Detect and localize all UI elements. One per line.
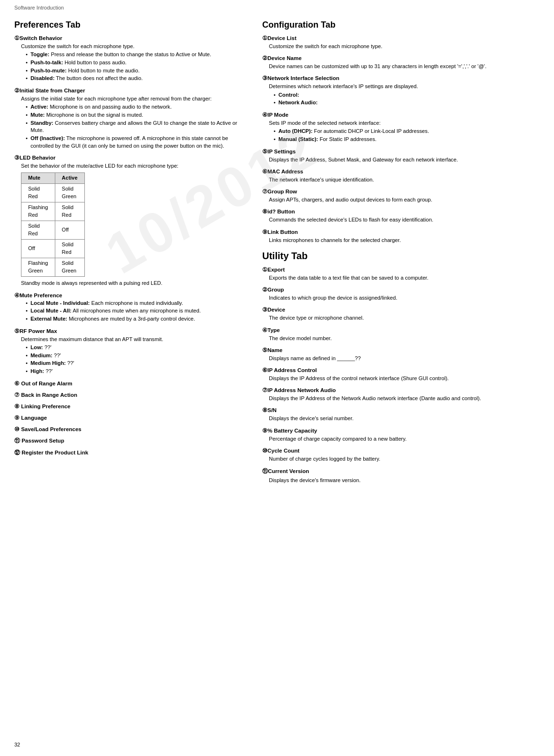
bullet-text: ??'	[66, 360, 74, 366]
config-body-7: Assign APTs, chargers, and audio output …	[269, 196, 529, 203]
config-heading-5: IP Settings	[267, 149, 296, 154]
bullet-label: Active:	[31, 104, 48, 110]
preferences-tab-title: Preferences Tab	[14, 20, 248, 30]
pref-heading-11: Password Setup	[21, 438, 64, 444]
pref-body-2: Assigns the initial state for each micro…	[21, 95, 248, 102]
config-item-5: ⑤ IP Settings Displays the IP Address, S…	[262, 148, 529, 163]
util-heading-1: Export	[267, 267, 285, 272]
pref-heading-8: Linking Preference	[21, 403, 71, 409]
pref-body-3: Set the behavior of the mute/active LED …	[21, 162, 248, 170]
pref-num-7: ⑦	[14, 392, 21, 398]
util-heading-3: Device	[267, 307, 285, 312]
pref-item-1: ① Switch Behavior Customize the switch f…	[14, 35, 248, 82]
bullet-label: Push-to-mute:	[31, 68, 67, 73]
util-heading-11: Current Version	[268, 468, 309, 474]
table-cell: SolidRed	[55, 202, 84, 221]
pref-item-8: ⑧ Linking Preference	[14, 403, 248, 410]
list-item: Network Audio:	[274, 99, 529, 107]
header-title: Software Introduction	[14, 5, 64, 10]
pref-item-9: ⑨ Language	[14, 414, 248, 421]
list-item: Medium: ??'	[26, 352, 248, 360]
config-body-2: Device names can be customized with up t…	[269, 62, 529, 70]
list-item: Push-to-talk: Hold button to pass audio.	[26, 59, 248, 67]
pref-heading-7: Back in Range Action	[21, 392, 77, 398]
util-body-1: Exports the data table to a text file th…	[269, 274, 529, 282]
util-item-5: ⑤ Name Displays name as defined in _____…	[262, 347, 529, 362]
pref-heading-9: Language	[21, 415, 47, 421]
config-item-6: ⑥ MAC Address The network interface's un…	[262, 168, 529, 183]
bullet-text: The button does not affect the audio.	[54, 75, 143, 81]
list-item: Disabled: The button does not affect the…	[26, 75, 248, 82]
pref-bullets-4: Local Mute - Individual: Each microphone…	[26, 300, 248, 323]
pref-num-5: ⑤	[14, 328, 20, 334]
config-item-2: ② Device Name Device names can be custom…	[262, 55, 529, 70]
pref-body-5: Determines the maximum distance that an …	[21, 335, 248, 343]
config-heading-8: id? Button	[267, 209, 295, 214]
table-row: SolidRed SolidGreen	[21, 184, 85, 202]
list-item: Push-to-mute: Hold button to mute the au…	[26, 67, 248, 75]
config-item-4: ④ IP Mode Sets IP mode of the selected n…	[262, 111, 529, 143]
bullet-label: Local Mute - All:	[31, 308, 72, 313]
utility-tab-title: Utility Tab	[262, 251, 529, 262]
content-area: Preferences Tab ① Switch Behavior Custom…	[0, 12, 554, 499]
pref-body-1: Customize the switch for each microphone…	[21, 42, 248, 50]
list-item: Off (Inactive): The microphone is powere…	[26, 135, 248, 150]
pref-num-11: ⑪	[14, 438, 21, 444]
list-item: Control:	[274, 91, 529, 99]
bullet-label: Toggle:	[31, 51, 50, 57]
bullet-label: Auto (DHCP):	[278, 128, 312, 134]
pref-heading-6: Out of Range Alarm	[21, 381, 72, 386]
list-item: Toggle: Press and release the button to …	[26, 51, 248, 59]
list-item: Mute: Microphone is on but the signal is…	[26, 111, 248, 119]
pref-heading-10: Save/Load Preferences	[21, 426, 82, 432]
pref-num-2: ②	[14, 87, 20, 94]
config-item-9: ⑨ Link Button Links microphones to chann…	[262, 229, 529, 244]
config-heading-4: IP Mode	[267, 112, 288, 118]
bullet-label: Low:	[31, 344, 43, 350]
config-heading-2: Device Name	[267, 55, 302, 61]
table-cell: Off	[55, 221, 84, 240]
config-item-7: ⑦ Group Row Assign APTs, chargers, and a…	[262, 188, 529, 203]
util-body-7: Displays the IP Address of the Network A…	[269, 394, 529, 402]
table-cell: SolidRed	[21, 221, 55, 240]
util-heading-9: % Battery Capacity	[267, 428, 317, 433]
bullet-text: Press and release the button to change t…	[50, 51, 212, 57]
util-body-4: The device model number.	[269, 334, 529, 342]
util-heading-8: S/N	[267, 407, 277, 413]
util-body-3: The device type or microphone channel.	[269, 314, 529, 322]
pref-bullets-2: Active: Microphone is on and passing aud…	[26, 103, 248, 150]
bullet-text: All microphones mute when any microphone…	[72, 308, 201, 313]
pref-heading-12: Register the Product Link	[21, 450, 88, 455]
config-body-6: The network interface's unique identific…	[269, 176, 529, 183]
table-cell: FlashingGreen	[21, 258, 55, 276]
util-heading-7: IP Address Network Audio	[267, 387, 336, 393]
bullet-label: Mute:	[31, 112, 45, 118]
led-table: Mute Active SolidRed SolidGreen Flashing…	[21, 172, 85, 276]
pref-num-12: ⑫	[14, 450, 21, 455]
bullet-label: Network Audio:	[278, 100, 318, 105]
util-item-3: ③ Device The device type or microphone c…	[262, 306, 529, 322]
util-item-4: ④ Type The device model number.	[262, 327, 529, 342]
right-column: Configuration Tab ① Device List Customiz…	[262, 18, 529, 485]
list-item: Local Mute - All: All microphones mute w…	[26, 307, 248, 315]
list-item: Active: Microphone is on and passing aud…	[26, 103, 248, 111]
bullet-label: External Mute:	[31, 316, 67, 322]
util-body-8: Displays the device's serial number.	[269, 414, 529, 422]
config-body-5: Displays the IP Address, Subnet Mask, an…	[269, 156, 529, 163]
pref-num-10: ⑩	[14, 426, 21, 432]
pref-item-10: ⑩ Save/Load Preferences	[14, 426, 248, 433]
config-bullets-3: Control: Network Audio:	[274, 91, 529, 107]
list-item: Standby: Conserves battery charge and al…	[26, 120, 248, 134]
util-item-1: ① Export Exports the data table to a tex…	[262, 266, 529, 282]
util-item-9: ⑨ % Battery Capacity Percentage of charg…	[262, 427, 529, 443]
bullet-text: ??'	[43, 344, 51, 350]
pref-heading-3: LED Behavior	[20, 155, 55, 161]
pref-num-6: ⑥	[14, 381, 21, 386]
pref-heading-1: Switch Behavior	[20, 35, 62, 41]
bullet-text: Each microphone is muted individually.	[90, 300, 183, 306]
config-heading-7: Group Row	[267, 189, 297, 194]
config-heading-1: Device List	[267, 35, 297, 41]
pref-item-7: ⑦ Back in Range Action	[14, 392, 248, 398]
util-body-6: Displays the IP Address of the control n…	[269, 374, 529, 382]
pref-num-3: ③	[14, 154, 20, 161]
